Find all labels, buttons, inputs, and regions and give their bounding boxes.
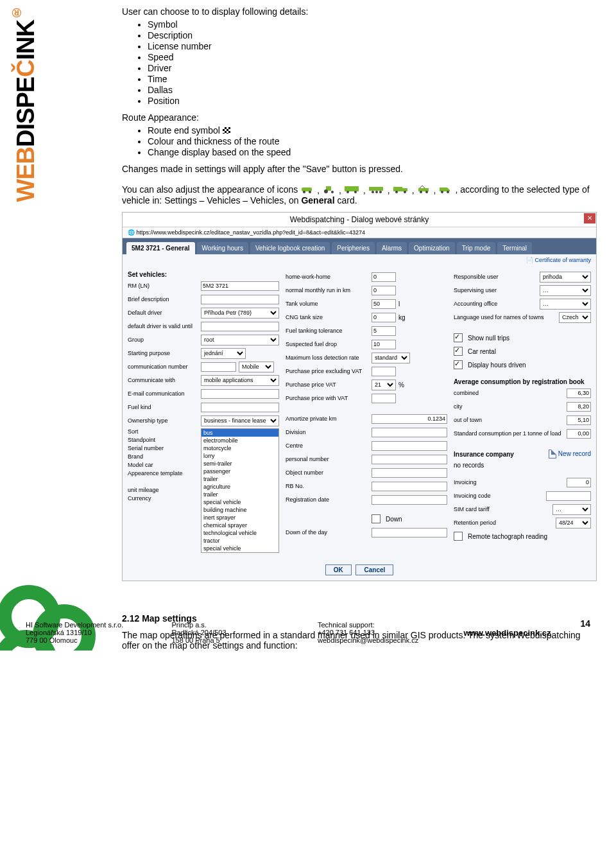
ok-button[interactable]: OK <box>325 564 352 575</box>
svg-point-9 <box>331 191 334 193</box>
avg-city-input[interactable] <box>567 402 591 412</box>
tab-alarms[interactable]: Alarms <box>377 242 407 254</box>
sim-tariff-select[interactable]: … <box>552 504 591 515</box>
section-header: Set vehicles: <box>128 271 279 278</box>
default-driver-select[interactable]: Příhoda Petr (789) <box>201 308 279 319</box>
new-record-icon <box>549 450 556 459</box>
dialog-buttons: OK Cancel <box>123 559 596 581</box>
tab-trip-mode[interactable]: Trip mode <box>457 242 496 254</box>
svg-point-12 <box>354 191 357 193</box>
footer-col-2: Princip a.s.Radlická 204/503158 00 Praha… <box>172 621 299 644</box>
list-item: Description <box>148 30 597 40</box>
vat-select[interactable]: 21 <box>372 380 396 390</box>
list-item: Time <box>148 74 597 84</box>
list-item: Colour and thickness of the route <box>148 136 597 146</box>
avg-combined-input[interactable] <box>567 389 591 398</box>
tab-general[interactable]: 5M2 3721 - General <box>126 242 195 254</box>
avg-consumption-header: Average consumption by registration book <box>454 378 591 385</box>
tank-vol-input[interactable] <box>372 299 396 309</box>
certificate-link[interactable]: 📄 Certificate of warranty <box>123 254 596 265</box>
tab-optimization[interactable]: Optimization <box>409 242 455 254</box>
down-checkbox[interactable] <box>372 514 381 523</box>
checkered-flag-icon <box>223 127 230 134</box>
list-item: Driver <box>148 63 597 73</box>
ft-input[interactable] <box>372 326 396 336</box>
nmr-input[interactable] <box>372 286 396 295</box>
appearance-list: Route end symbol Colour and thickness of… <box>122 125 597 157</box>
tab-peripheries[interactable]: Peripheries <box>332 242 375 254</box>
list-item: Change display based on the speed <box>148 147 597 157</box>
starting-purpose-select[interactable]: jednání <box>201 348 246 359</box>
object-num-input[interactable] <box>372 468 447 478</box>
close-icon[interactable]: ✕ <box>584 213 595 223</box>
centre-input[interactable] <box>372 441 447 451</box>
ownership-select[interactable]: business - finance lease <box>201 415 279 426</box>
driver-valid-input[interactable] <box>201 322 279 331</box>
comm-number-input[interactable] <box>201 362 236 372</box>
fuel-kind-input[interactable] <box>201 403 279 412</box>
hwh-input[interactable] <box>372 272 396 282</box>
svg-point-5 <box>303 191 305 193</box>
no-records-text: no records <box>454 462 591 469</box>
rb-input[interactable] <box>372 482 447 491</box>
svg-rect-13 <box>369 187 383 191</box>
svg-point-14 <box>372 191 374 193</box>
svg-point-8 <box>324 189 328 193</box>
svg-point-16 <box>379 191 382 193</box>
svg-point-20 <box>404 191 406 193</box>
dialog-titlebar: Webdispatching - Dialog webové stránky ✕ <box>123 213 596 227</box>
details-list: Symbol Description License number Speed … <box>122 19 597 106</box>
max-loss-select[interactable]: standard <box>372 353 410 363</box>
rm-input[interactable] <box>201 281 279 291</box>
page-number: 14 <box>580 618 590 629</box>
svg-point-23 <box>425 191 428 193</box>
division-input[interactable] <box>372 428 447 437</box>
invoicing-code-input[interactable] <box>546 491 591 501</box>
communicate-with-select[interactable]: mobile applications <box>201 375 279 386</box>
price-with-vat-input[interactable] <box>372 394 396 403</box>
settings-dialog-screenshot: Webdispatching - Dialog webové stránky ✕… <box>122 212 597 581</box>
group-select[interactable]: root <box>201 335 279 345</box>
sf-input[interactable] <box>372 340 396 349</box>
trailer-icon <box>368 185 385 194</box>
accounting-select[interactable]: … <box>540 299 591 310</box>
remote-tacho-checkbox[interactable] <box>454 532 463 541</box>
url-bar: 🌐 https://www.webdispecink.cz/editace_na… <box>123 227 596 238</box>
comm-number-type-select[interactable]: Mobile <box>239 362 274 372</box>
tab-logbook[interactable]: Vehicle logbook creation <box>250 242 330 254</box>
paragraph: User can choose to to display following … <box>122 6 597 17</box>
amortize-input[interactable] <box>372 414 447 424</box>
tab-working-hours[interactable]: Working hours <box>197 242 248 254</box>
vehicle-icons-row: , , , , , , <box>300 185 452 195</box>
footer-col-1: HI Software Development s.r.o.Legionářsk… <box>26 621 153 644</box>
email-input[interactable] <box>201 389 279 399</box>
svg-point-6 <box>309 191 311 193</box>
svg-point-19 <box>395 191 398 193</box>
cng-input[interactable] <box>372 313 396 322</box>
tab-terminal[interactable]: Terminal <box>497 242 532 254</box>
price-ex-vat-input[interactable] <box>372 367 396 376</box>
resp-user-select[interactable]: prihoda <box>540 272 591 283</box>
brief-desc-input[interactable] <box>201 295 279 304</box>
car-rental-checkbox[interactable] <box>454 347 463 356</box>
retention-select[interactable]: 48/24 <box>556 518 591 529</box>
invoicing-input[interactable] <box>567 478 591 487</box>
reg-date-input[interactable] <box>372 495 447 505</box>
language-select[interactable]: Czech <box>559 312 591 323</box>
show-null-checkbox[interactable] <box>454 333 463 342</box>
super-user-select[interactable]: … <box>540 285 591 296</box>
down-day-input[interactable] <box>372 528 447 537</box>
personal-num-input[interactable] <box>372 455 447 464</box>
svg-point-15 <box>375 191 378 193</box>
new-record-link[interactable]: New record <box>549 450 591 459</box>
avg-std-input[interactable] <box>567 429 591 439</box>
hours-driven-checkbox[interactable] <box>454 360 463 369</box>
sort-listbox[interactable]: bus electromobilemotorcycle lorrysemi-tr… <box>201 428 279 553</box>
list-item: Route end symbol <box>148 125 597 135</box>
svg-point-24 <box>441 191 443 193</box>
avg-out-input[interactable] <box>567 415 591 425</box>
svg-rect-10 <box>345 186 359 191</box>
brand-logo-text: WEBDISPEČINK® <box>10 6 40 202</box>
truck-icon <box>393 185 409 194</box>
cancel-button[interactable]: Cancel <box>355 564 393 575</box>
